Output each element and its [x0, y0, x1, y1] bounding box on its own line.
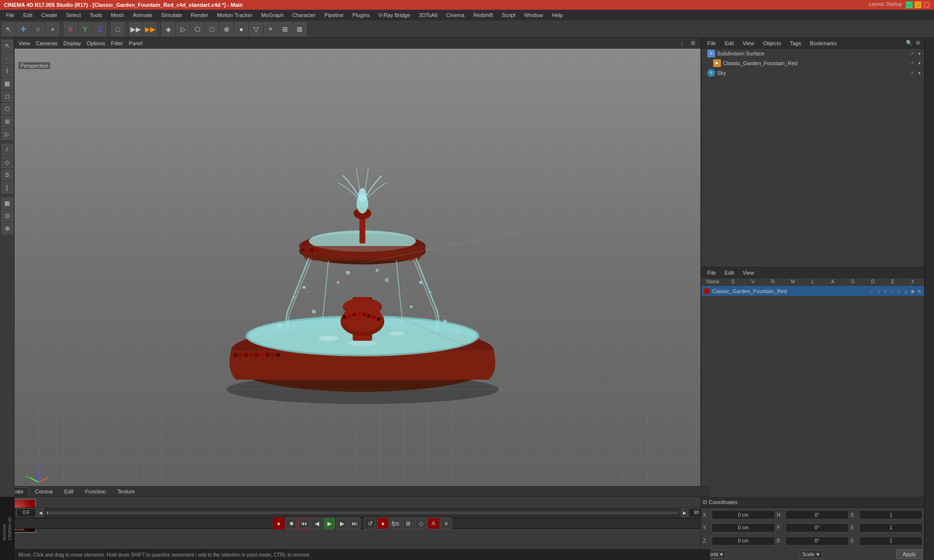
toolbar-scale[interactable]: ○	[31, 22, 45, 36]
menu-help[interactable]: Help	[548, 11, 567, 19]
motion-button[interactable]: ⊞	[402, 518, 414, 529]
left-btn-arch[interactable]: S	[1, 169, 13, 181]
current-frame-input[interactable]	[17, 508, 36, 517]
toolbar-render[interactable]: ▶▶	[144, 22, 157, 36]
auto-key-button[interactable]: A	[428, 518, 439, 529]
obj-menu-file[interactable]: File	[703, 39, 720, 47]
toolbar-rotate[interactable]: +	[46, 22, 59, 36]
menu-mesh[interactable]: Mesh	[107, 11, 128, 19]
mat-flag-6[interactable]: △	[903, 288, 909, 294]
obj-menu-view[interactable]: View	[739, 39, 758, 47]
toolbar-null[interactable]: ⊕	[220, 22, 234, 36]
menu-edit[interactable]: Edit	[19, 11, 36, 19]
flag-dot[interactable]: ●	[916, 51, 922, 56]
mat-flag-1[interactable]: ○	[869, 288, 875, 294]
mat-flag-8[interactable]: ⊗	[916, 288, 922, 294]
left-btn-sculpt[interactable]: ⊗	[1, 223, 13, 234]
toolbar-render-region[interactable]: ▶▶	[129, 22, 143, 36]
flag-dot-s[interactable]: ●	[916, 70, 922, 76]
toolbar-sphere[interactable]: ◈	[162, 22, 175, 36]
toolbar-move[interactable]: ✛	[17, 22, 30, 36]
frame-step-down[interactable]: ◀	[37, 508, 44, 517]
tab-edit[interactable]: Edit	[59, 487, 79, 496]
obj-item-fountain[interactable]: ▶ Classic_Garden_Fountain_Red ✓ ●	[701, 58, 924, 68]
menu-render[interactable]: Render	[187, 11, 212, 19]
close-button[interactable]: ✕	[923, 1, 930, 8]
toolbar-object[interactable]: □	[111, 22, 125, 36]
left-btn-anim[interactable]: ▷	[1, 128, 13, 140]
toolbar-boole[interactable]: ⊠	[293, 22, 306, 36]
apply-button[interactable]: Apply	[896, 549, 922, 559]
timeline-view-button[interactable]: ≡	[440, 518, 452, 529]
p-value[interactable]: 0°	[786, 524, 849, 532]
viewport[interactable]: View Cameras Display Options Filter Pane…	[15, 38, 710, 497]
flag-check-s[interactable]: ✓	[910, 70, 916, 76]
menu-character[interactable]: Character	[288, 11, 320, 19]
keyframe-button[interactable]: ◇	[415, 518, 427, 529]
menu-select[interactable]: Select	[62, 11, 85, 19]
sy-value[interactable]: 1	[859, 524, 922, 532]
x-value[interactable]: 0 cm	[712, 510, 775, 519]
obj-search-icon[interactable]: 🔍	[906, 40, 913, 46]
mat-row-fountain[interactable]: Classic_Garden_Fountain_Red ○ □ = □ ▷ △ …	[701, 286, 924, 297]
menu-animate[interactable]: Animate	[129, 11, 156, 19]
play-forward-button[interactable]: ▶	[336, 518, 348, 529]
menu-script[interactable]: Script	[498, 11, 519, 19]
h-value[interactable]: 0°	[786, 510, 849, 519]
mat-menu-file[interactable]: File	[703, 269, 720, 277]
b-value[interactable]: 0°	[786, 537, 849, 545]
scale-dropdown[interactable]: Scale ▼	[800, 550, 823, 559]
viewport-canvas[interactable]: Perspective	[15, 49, 710, 497]
obj-settings-icon[interactable]: ⚙	[916, 40, 920, 46]
left-btn-poly[interactable]: ▦	[1, 78, 13, 89]
obj-menu-bookmarks[interactable]: Bookmarks	[806, 39, 841, 47]
sx-value[interactable]: 1	[859, 510, 922, 519]
viewport-menu-cameras[interactable]: Cameras	[36, 40, 58, 46]
mat-flag-4[interactable]: □	[889, 288, 895, 294]
play-button[interactable]: ▶	[323, 518, 335, 529]
toolbar-cylinder[interactable]: ⬡	[191, 22, 204, 36]
rec-fps-button[interactable]: ●	[377, 518, 389, 529]
z-value[interactable]: 0 cm	[712, 537, 775, 545]
toolbar-z[interactable]: Z	[93, 22, 107, 36]
prev-frame-button[interactable]: ⏮	[298, 518, 310, 529]
mat-menu-edit[interactable]: Edit	[721, 269, 738, 277]
toolbar-cube[interactable]: ▷	[176, 22, 190, 36]
sz-value[interactable]: 1	[859, 537, 922, 545]
obj-item-subdivision[interactable]: S Subdivision Surface ✓ ●	[701, 49, 924, 58]
flag-dot-f[interactable]: ●	[916, 60, 922, 66]
menu-3dtoall[interactable]: 3DToAll	[415, 11, 441, 19]
menu-tools[interactable]: Tools	[86, 11, 106, 19]
left-btn-edges[interactable]: ⌇	[1, 65, 13, 77]
menu-motion-tracker[interactable]: Motion Tracker	[213, 11, 256, 19]
mat-flag-2[interactable]: □	[876, 288, 881, 294]
viewport-icon-2[interactable]: ⊞	[691, 40, 695, 46]
menu-cinema[interactable]: Cinema	[442, 11, 468, 19]
toolbar-light[interactable]: ▽	[249, 22, 263, 36]
toolbar-x[interactable]: X	[64, 22, 77, 36]
toolbar-y[interactable]: Y	[78, 22, 92, 36]
menu-plugins[interactable]: Plugins	[348, 11, 374, 19]
menu-redshift[interactable]: Redshift	[469, 11, 497, 19]
mat-menu-view[interactable]: View	[739, 269, 758, 277]
play-back-button[interactable]: ◀	[311, 518, 323, 529]
toolbar-cursor[interactable]: ↖	[2, 22, 16, 36]
toolbar-plane[interactable]: □	[205, 22, 219, 36]
left-btn-poly2[interactable]: ◇	[1, 157, 13, 168]
tab-texture[interactable]: Texture	[112, 487, 140, 496]
record-button[interactable]: ●	[273, 518, 285, 529]
left-btn-points[interactable]: ·	[1, 52, 13, 64]
left-btn-scene[interactable]: ⊞	[1, 116, 13, 127]
tab-function[interactable]: Function	[80, 487, 111, 496]
obj-menu-edit[interactable]: Edit	[721, 39, 738, 47]
mat-flag-7[interactable]: ◉	[910, 288, 916, 294]
play-stop-button[interactable]: ■	[286, 518, 297, 529]
maximize-button[interactable]: □	[915, 1, 921, 8]
left-btn-obj[interactable]: ⬡	[1, 103, 13, 115]
left-btn-grid[interactable]: ▦	[1, 197, 13, 209]
menu-window[interactable]: Window	[520, 11, 547, 19]
viewport-menu-view[interactable]: View	[18, 40, 30, 46]
viewport-icon-1[interactable]: ↕	[681, 40, 683, 46]
minimize-button[interactable]: —	[906, 1, 913, 8]
flag-check-f[interactable]: ✓	[910, 60, 916, 66]
